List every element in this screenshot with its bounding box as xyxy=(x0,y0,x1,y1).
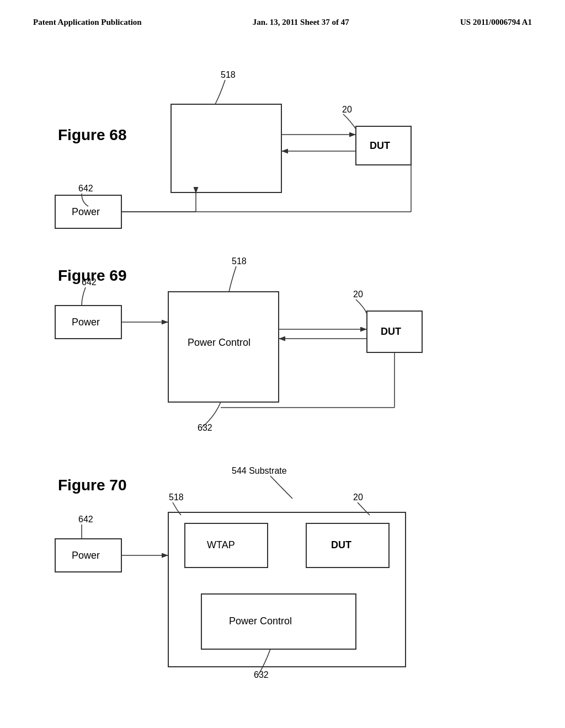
fig69-power-label: Power xyxy=(72,317,100,328)
fig70-518-label: 518 xyxy=(169,493,184,502)
fig69-518-label: 518 xyxy=(232,256,247,266)
figure-70: Figure 70 544 Substrate 518 20 642 Power… xyxy=(0,457,565,700)
fig69-pc-label: Power Control xyxy=(188,337,250,348)
figure-69: Figure 69 518 642 Power Power Control 20… xyxy=(0,248,565,457)
fig68-label: Figure 68 xyxy=(58,126,126,143)
fig70-544-label: 544 Substrate xyxy=(232,466,287,475)
fig70-substrate-box xyxy=(168,512,406,667)
fig68-20-label: 20 xyxy=(342,105,352,114)
fig68-518-label: 518 xyxy=(221,70,236,79)
fig68-642-label: 642 xyxy=(78,184,93,193)
fig69-20-arrow xyxy=(356,299,367,314)
fig68-20-arrow xyxy=(343,114,356,129)
fig70-642-label: 642 xyxy=(78,515,93,524)
fig70-pc-label: Power Control xyxy=(229,615,292,627)
header-right: US 2011/0006794 A1 xyxy=(460,18,532,27)
header-middle: Jan. 13, 2011 Sheet 37 of 47 xyxy=(253,18,349,27)
fig68-power-label: Power xyxy=(72,206,100,217)
fig69-20-label: 20 xyxy=(353,290,363,299)
fig70-dut-label: DUT xyxy=(331,539,351,550)
fig69-dut-label: DUT xyxy=(381,326,401,337)
fig70-518-arrow xyxy=(173,502,181,515)
fig69-642-label: 642 xyxy=(82,277,97,287)
figure-69-svg: Figure 69 518 642 Power Power Control 20… xyxy=(0,248,565,457)
fig68-dut-label: DUT xyxy=(370,140,390,151)
page-header: Patent Application Publication Jan. 13, … xyxy=(0,0,565,27)
fig70-20-arrow xyxy=(358,502,370,515)
figure-68-svg: Figure 68 518 20 DUT 642 Power xyxy=(0,49,565,248)
fig68-main-box xyxy=(171,104,281,192)
fig70-label: Figure 70 xyxy=(58,477,126,494)
fig70-power-label: Power xyxy=(72,550,100,561)
fig70-20-label: 20 xyxy=(353,493,363,502)
fig69-642-arrow xyxy=(82,287,86,306)
figure-70-svg: Figure 70 544 Substrate 518 20 642 Power… xyxy=(0,457,565,700)
header-left: Patent Application Publication xyxy=(33,18,142,27)
fig70-632-label: 632 xyxy=(254,670,269,679)
fig70-544-arrow xyxy=(270,476,292,499)
fig69-518-arrow xyxy=(229,266,236,292)
figure-68: Figure 68 518 20 DUT 642 Power xyxy=(0,49,565,248)
fig68-518-arrow xyxy=(215,80,225,104)
fig70-wtap-label: WTAP xyxy=(207,539,235,550)
